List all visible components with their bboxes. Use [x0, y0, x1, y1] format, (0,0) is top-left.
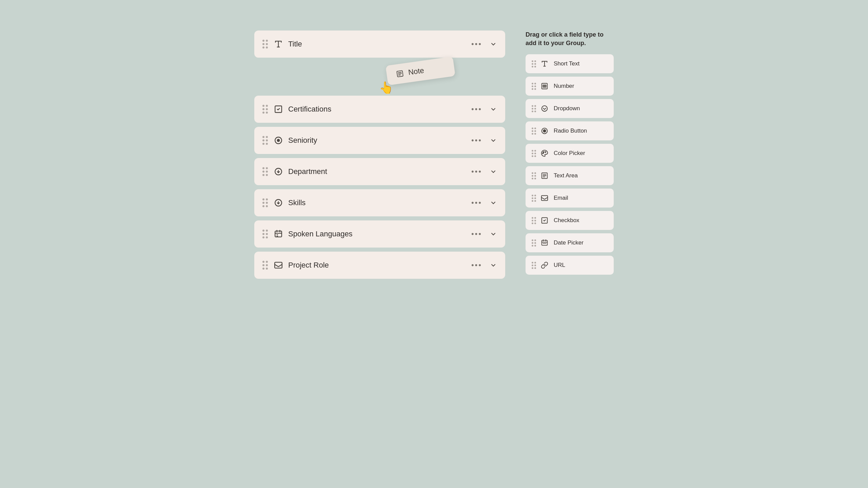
expand-certifications[interactable]	[490, 105, 497, 113]
more-options-skills[interactable]: •••	[469, 197, 485, 209]
drag-handle-skills[interactable]	[262, 198, 268, 207]
svg-line-3	[398, 72, 401, 73]
field-row-department[interactable]: Department •••	[254, 158, 505, 185]
svg-line-5	[399, 75, 400, 75]
department-icon	[274, 167, 283, 176]
svg-line-4	[398, 74, 401, 74]
expand-title[interactable]	[490, 40, 497, 48]
svg-point-32	[543, 152, 544, 153]
checkbox-icon	[541, 217, 549, 224]
field-type-checkbox[interactable]: Checkbox	[526, 211, 614, 230]
tooltip-label: Note	[408, 66, 425, 77]
drag-handle-department[interactable]	[262, 167, 268, 176]
svg-rect-2	[397, 71, 403, 77]
radio-button-icon	[541, 127, 549, 135]
type-drag-handle-text-area[interactable]	[532, 172, 536, 179]
field-type-number[interactable]: Number	[526, 77, 614, 96]
type-drag-handle-number[interactable]	[532, 83, 536, 90]
url-icon	[541, 261, 549, 269]
more-options-certifications[interactable]: •••	[469, 103, 485, 115]
more-options-spoken-languages[interactable]: •••	[469, 228, 485, 240]
type-drag-handle-checkbox[interactable]	[532, 217, 536, 224]
svg-point-28	[542, 106, 548, 112]
field-actions-project-role: •••	[469, 259, 497, 271]
radio-button-label: Radio Button	[554, 128, 608, 134]
field-actions-title: •••	[469, 38, 497, 50]
svg-rect-13	[275, 231, 282, 237]
svg-rect-40	[542, 240, 548, 246]
field-row-spoken-languages[interactable]: Spoken Languages •••	[254, 220, 505, 248]
field-type-radio-button[interactable]: Radio Button	[526, 121, 614, 140]
field-actions-spoken-languages: •••	[469, 228, 497, 240]
drag-handle-project-role[interactable]	[262, 261, 268, 270]
drag-handle-seniority[interactable]	[262, 136, 268, 145]
field-type-url[interactable]: URL	[526, 256, 614, 275]
svg-point-33	[545, 152, 546, 153]
more-options-department[interactable]: •••	[469, 166, 485, 177]
more-options-project-role[interactable]: •••	[469, 259, 485, 271]
field-type-date-picker[interactable]: Date Picker	[526, 233, 614, 252]
color-picker-icon	[541, 150, 549, 157]
fields-panel: Title ••• Note 👆 Certificatio	[254, 31, 505, 283]
drag-handle-certifications[interactable]	[262, 105, 268, 114]
field-actions-department: •••	[469, 166, 497, 177]
text-area-icon	[541, 172, 549, 179]
color-picker-label: Color Picker	[554, 150, 608, 157]
field-type-email[interactable]: Email	[526, 189, 614, 208]
field-label-seniority: Seniority	[288, 136, 469, 145]
field-row-project-role[interactable]: Project Role •••	[254, 252, 505, 279]
seniority-icon	[274, 136, 283, 145]
field-actions-skills: •••	[469, 197, 497, 209]
short-text-icon	[541, 60, 549, 67]
type-drag-handle-url[interactable]	[532, 262, 536, 269]
url-label: URL	[554, 262, 608, 269]
checkbox-label: Checkbox	[554, 217, 608, 224]
field-label-skills: Skills	[288, 198, 469, 207]
field-row-skills[interactable]: Skills •••	[254, 189, 505, 216]
skills-icon	[274, 198, 283, 207]
expand-department[interactable]	[490, 168, 497, 175]
svg-point-8	[277, 139, 280, 142]
text-area-label: Text Area	[554, 172, 608, 179]
type-drag-handle-date-picker[interactable]	[532, 239, 536, 247]
expand-spoken-languages[interactable]	[490, 230, 497, 238]
more-options-seniority[interactable]: •••	[469, 135, 485, 146]
type-drag-handle-dropdown[interactable]	[532, 105, 536, 112]
svg-point-31	[542, 153, 544, 154]
expand-seniority[interactable]	[490, 137, 497, 144]
drag-handle-title[interactable]	[262, 40, 268, 48]
field-type-short-text[interactable]: Short Text	[526, 54, 614, 73]
certifications-icon	[274, 105, 283, 114]
short-text-label: Short Text	[554, 60, 608, 67]
email-icon	[541, 194, 549, 202]
field-row-title[interactable]: Title •••	[254, 31, 505, 58]
date-picker-icon	[541, 239, 549, 247]
project-role-icon	[274, 261, 283, 270]
number-label: Number	[554, 83, 608, 90]
panel-header: Drag or click a field type to add it to …	[526, 31, 614, 47]
title-icon	[274, 40, 283, 48]
dropdown-icon	[541, 105, 549, 112]
number-icon	[541, 82, 549, 90]
type-drag-handle-email[interactable]	[532, 195, 536, 202]
spoken-languages-icon	[274, 230, 283, 238]
dropdown-label: Dropdown	[554, 105, 608, 112]
field-type-dropdown[interactable]: Dropdown	[526, 99, 614, 118]
field-type-text-area[interactable]: Text Area	[526, 166, 614, 185]
field-type-color-picker[interactable]: Color Picker	[526, 144, 614, 163]
type-drag-handle-radio-button[interactable]	[532, 128, 536, 135]
field-row-seniority[interactable]: Seniority •••	[254, 127, 505, 154]
email-label: Email	[554, 195, 608, 201]
svg-point-30	[543, 130, 546, 132]
expand-skills[interactable]	[490, 199, 497, 207]
type-drag-handle-short-text[interactable]	[532, 60, 536, 67]
drag-handle-spoken-languages[interactable]	[262, 230, 268, 238]
more-options-title[interactable]: •••	[469, 38, 485, 50]
type-drag-handle-color-picker[interactable]	[532, 150, 536, 157]
field-actions-certifications: •••	[469, 103, 497, 115]
drag-cursor: 👆	[379, 81, 393, 94]
field-label-title: Title	[288, 40, 469, 48]
field-row-certifications[interactable]: Certifications •••	[254, 96, 505, 123]
expand-project-role[interactable]	[490, 261, 497, 269]
field-label-certifications: Certifications	[288, 105, 469, 114]
